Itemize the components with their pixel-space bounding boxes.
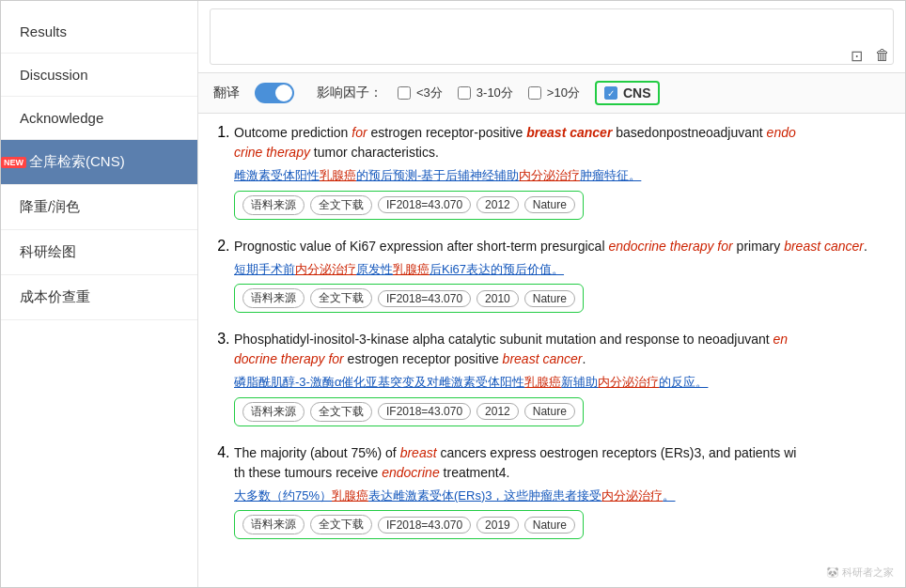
tag-year: 2019 [476,517,519,534]
result-translation-4: 大多数（约75%）乳腺癌表达雌激素受体(ERs)3，这些肿瘤患者接受内分泌治疗。 [234,487,890,505]
table-row: Prognostic value of Ki67 expression afte… [234,237,890,314]
sidebar-item-label: Discussion [20,67,88,83]
tags-row-4: 语料来源 全文下载 IF2018=43.070 2019 Nature [234,510,584,539]
results-wrapper: Outcome prediction for estrogen receptor… [198,114,905,587]
sidebar-item-drawing[interactable]: 科研绘图 [1,230,197,275]
sidebar-item-label: Acknowledge [20,110,103,126]
tag-fulltext[interactable]: 全文下载 [310,402,372,422]
sidebar-item-fullsearch[interactable]: NEW全库检索(CNS) [1,140,197,185]
cns-checkbox[interactable]: ✓ [604,86,617,100]
sidebar-item-label: 科研绘图 [20,243,76,259]
tag-journal: Nature [524,290,575,307]
translate-label: 翻译 [213,85,240,101]
filter-group-2: 3-10分 [458,85,513,101]
sidebar-item-results[interactable]: Results [1,10,197,54]
sidebar-item-acknowledge[interactable]: Acknowledge [1,97,197,140]
cns-filter[interactable]: ✓ CNS [595,81,661,105]
filter-gt10-checkbox[interactable] [528,86,541,100]
tag-if: IF2018=43.070 [378,403,471,420]
results-list: Outcome prediction for estrogen receptor… [213,123,890,539]
filter-lt3-checkbox[interactable] [398,86,411,100]
tags-row-1: 语料来源 全文下载 IF2018=43.070 2012 Nature [234,191,584,220]
sidebar-item-label: 降重/润色 [20,198,80,214]
search-textarea[interactable] [210,8,894,65]
filter-group-1: <3分 [398,85,443,101]
tag-fulltext[interactable]: 全文下载 [310,288,372,308]
tag-fulltext[interactable]: 全文下载 [310,195,372,215]
table-row: The majority (about 75%) of breast cance… [234,443,890,540]
filter-group-3: >10分 [528,85,580,101]
tag-journal: Nature [524,196,575,213]
tag-if: IF2018=43.070 [378,290,471,307]
tag-journal: Nature [524,403,575,420]
filter-gt10-label: >10分 [547,85,580,101]
results-area: Outcome prediction for estrogen receptor… [198,114,905,587]
tag-if: IF2018=43.070 [378,196,471,213]
tag-journal: Nature [524,517,575,534]
result-translation-2: 短期手术前内分泌治疗原发性乳腺癌后Ki67表达的预后价值。 [234,260,890,279]
filter-lt3-label: <3分 [416,85,443,101]
tag-fulltext[interactable]: 全文下载 [310,515,372,534]
tag-year: 2012 [476,196,519,213]
tag-if: IF2018=43.070 [378,517,471,534]
result-title-2: Prognostic value of Ki67 expression afte… [234,237,890,256]
tag-year: 2012 [476,403,519,420]
tags-row-3: 语料来源 全文下载 IF2018=43.070 2012 Nature [234,397,584,426]
top-area: ⊡ 🗑 [198,1,905,73]
sidebar: ResultsDiscussionAcknowledgeNEW全库检索(CNS)… [1,1,198,587]
copy-icon[interactable]: ⊡ [847,46,866,65]
sidebar-item-discussion[interactable]: Discussion [1,54,197,97]
filter-3-10-label: 3-10分 [476,85,513,101]
table-row: Outcome prediction for estrogen receptor… [234,123,890,220]
sidebar-item-label: Results [20,23,67,39]
tag-source[interactable]: 语料来源 [242,195,305,215]
sidebar-item-cost[interactable]: 成本价查重 [1,275,197,320]
result-translation-3: 磷脂酰肌醇-3-激酶α催化亚基突变及对雌激素受体阳性乳腺癌新辅助内分泌治疗的反应… [234,373,890,392]
filter-bar: 翻译 影响因子： <3分 3-10分 >10分 ✓ CNS [198,73,905,114]
result-title-4: The majority (about 75%) of breast cance… [234,443,890,483]
main-content: ⊡ 🗑 翻译 影响因子： <3分 3-10分 >10分 ✓ CNS [198,1,905,587]
impact-label: 影响因子： [317,85,383,101]
delete-icon[interactable]: 🗑 [873,46,892,65]
tag-source[interactable]: 语料来源 [242,515,305,534]
result-title-1: Outcome prediction for estrogen receptor… [234,123,890,162]
table-row: Phosphatidyl-inositol-3-kinase alpha cat… [234,330,890,426]
tags-row-2: 语料来源 全文下载 IF2018=43.070 2010 Nature [234,284,584,313]
new-badge: NEW [1,157,26,168]
sidebar-item-reduce[interactable]: 降重/润色 [1,185,197,230]
result-translation-1: 雌激素受体阳性乳腺癌的预后预测-基于后辅神经辅助内分泌治疗肿瘤特征。 [234,166,890,185]
sidebar-item-label: 成本价查重 [20,288,90,304]
sidebar-item-label: 全库检索(CNS) [29,153,125,169]
tag-source[interactable]: 语料来源 [242,402,305,422]
tag-year: 2010 [476,290,519,307]
cns-label: CNS [623,85,651,101]
filter-3-10-checkbox[interactable] [458,86,471,100]
tag-source[interactable]: 语料来源 [242,288,305,308]
translate-toggle[interactable] [255,83,294,103]
result-title-3: Phosphatidyl-inositol-3-kinase alpha cat… [234,330,890,369]
